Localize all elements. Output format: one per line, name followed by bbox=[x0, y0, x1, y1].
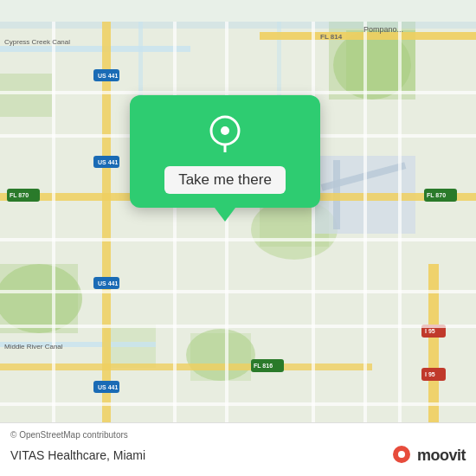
svg-text:Middle River Canal: Middle River Canal bbox=[4, 343, 63, 351]
svg-rect-56 bbox=[173, 22, 177, 454]
svg-text:US 441: US 441 bbox=[98, 280, 118, 286]
moovit-icon bbox=[389, 443, 414, 467]
svg-text:US 441: US 441 bbox=[98, 159, 118, 165]
svg-rect-12 bbox=[0, 22, 476, 29]
location-icon-wrapper bbox=[203, 111, 248, 156]
svg-text:I 95: I 95 bbox=[425, 371, 435, 377]
svg-point-65 bbox=[221, 126, 229, 135]
map-attribution: © OpenStreetMap contributors bbox=[10, 430, 466, 440]
map-container: FL 814 US 441 US 441 US 441 US 441 FL 87… bbox=[0, 0, 476, 476]
svg-rect-4 bbox=[0, 74, 52, 117]
svg-rect-57 bbox=[225, 22, 228, 454]
svg-rect-40 bbox=[0, 363, 372, 370]
svg-rect-48 bbox=[0, 91, 476, 94]
svg-rect-50 bbox=[0, 238, 476, 241]
svg-point-11 bbox=[186, 329, 255, 381]
svg-point-68 bbox=[398, 451, 405, 458]
svg-text:US 441: US 441 bbox=[98, 384, 118, 390]
moovit-text: moovit bbox=[417, 447, 466, 465]
svg-rect-53 bbox=[0, 402, 476, 406]
svg-rect-60 bbox=[398, 22, 402, 454]
svg-text:Pompano...: Pompano... bbox=[363, 25, 403, 34]
svg-rect-55 bbox=[52, 22, 55, 454]
bottom-bar: © OpenStreetMap contributors VITAS Healt… bbox=[0, 422, 476, 476]
svg-text:FL 816: FL 816 bbox=[254, 363, 273, 369]
svg-text:FL 870: FL 870 bbox=[427, 192, 446, 198]
svg-text:I 95: I 95 bbox=[425, 328, 435, 334]
moovit-logo[interactable]: moovit bbox=[389, 443, 466, 467]
svg-text:Cypress Creek Canal: Cypress Creek Canal bbox=[4, 38, 70, 46]
take-me-there-button[interactable]: Take me there bbox=[164, 166, 286, 194]
svg-rect-13 bbox=[0, 46, 190, 52]
location-pin-icon bbox=[206, 114, 244, 152]
svg-text:US 441: US 441 bbox=[98, 73, 118, 79]
location-name: VITAS Healthcare, Miami bbox=[10, 448, 145, 462]
map-background: FL 814 US 441 US 441 US 441 US 441 FL 87… bbox=[0, 0, 476, 476]
svg-text:FL 814: FL 814 bbox=[320, 33, 343, 41]
svg-text:FL 870: FL 870 bbox=[10, 192, 29, 198]
svg-rect-51 bbox=[0, 290, 476, 293]
svg-rect-58 bbox=[312, 22, 315, 454]
bottom-row: VITAS Healthcare, Miami moovit bbox=[10, 443, 466, 467]
svg-rect-59 bbox=[363, 22, 367, 454]
svg-rect-52 bbox=[0, 325, 476, 328]
popup-card: Take me there bbox=[130, 95, 320, 208]
